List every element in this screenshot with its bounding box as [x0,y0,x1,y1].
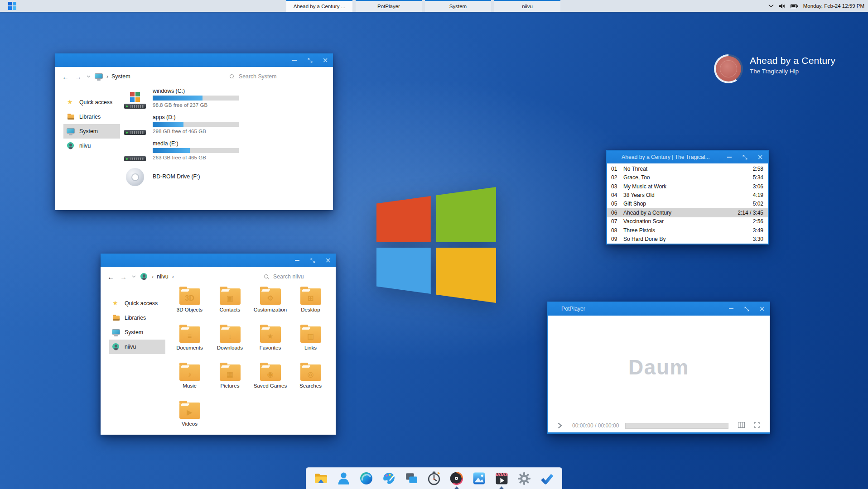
fullscreen-icon[interactable] [754,422,760,430]
drive-item[interactable]: media (E:) 263 GB free of 465 GB [123,140,323,161]
taskbar-tab[interactable]: Ahead by a Century ... [286,0,352,12]
minimize-button[interactable] [289,254,305,267]
alarms-clock-icon[interactable] [424,468,444,489]
folder-item[interactable]: ≡ Documents [170,325,209,363]
taskbar-tab[interactable]: System [425,0,491,12]
drives-list: windows (C:) 98.8 GB free of 237 GB apps… [123,88,323,187]
folder-item[interactable]: ↓ Downloads [211,325,250,363]
taskbar-tab[interactable]: niivu [494,0,560,12]
volume-icon[interactable] [779,3,786,9]
sidebar-item[interactable]: System [109,325,165,340]
sidebar-item[interactable]: System [63,124,120,139]
playlist-track[interactable]: 07 Vaccination Scar 2:56 [607,217,768,226]
tray-chevron-icon[interactable] [768,4,774,8]
track-list: 01 No Threat 2:58 02 Grace, Too 5:34 03 … [607,164,768,244]
close-button[interactable]: × [754,302,770,316]
file-explorer-icon[interactable] [312,468,331,489]
minimize-button[interactable] [287,53,302,67]
photos-icon[interactable] [470,468,489,489]
playlist-track[interactable]: 06 Ahead by a Century 2:14 / 3:45 [607,208,768,217]
verified-check-icon[interactable] [537,468,556,489]
drive-item[interactable]: windows (C:) 98.8 GB free of 237 GB [123,88,323,109]
breadcrumb[interactable]: System [111,73,130,80]
search-input[interactable]: Search niivu [264,273,304,280]
playlist-titlebar[interactable]: Ahead by a Century | The Tragical... × [607,151,768,163]
sidebar-item[interactable]: Libraries [109,311,165,325]
playlist-track[interactable]: 03 My Music at Work 3:06 [607,182,768,191]
close-button[interactable]: × [318,53,333,67]
sidebar-item[interactable]: niivu [63,139,120,153]
groove-music-icon[interactable] [447,468,466,489]
folder-item[interactable]: ⚙ Customization [251,287,290,325]
play-icon[interactable] [558,422,562,429]
breadcrumb-separator-icon[interactable]: › [172,273,174,280]
recent-locations-chevron-icon[interactable] [87,75,91,78]
drive-item[interactable]: BD-ROM Drive (F:) [123,167,323,187]
playlist-track[interactable]: 09 So Hard Done By 3:30 [607,235,768,244]
close-button[interactable]: × [320,254,336,267]
user-account-icon[interactable] [334,468,353,489]
folder-item[interactable]: ♪ Music [170,363,209,401]
minimize-button[interactable] [723,302,739,316]
system-explorer-window: × ← → › System Search System Quick acces… [55,53,333,210]
minimize-button[interactable] [722,151,737,163]
track-time: 2:58 [753,166,763,172]
folder-item[interactable]: ◉ Saved Games [251,363,290,401]
restore-button[interactable] [737,151,752,163]
sidebar-item[interactable]: Libraries [63,110,120,124]
search-input[interactable]: Search System [229,73,276,80]
playlist-track[interactable]: 04 38 Years Old 4:19 [607,191,768,199]
folder-label: Contacts [220,307,241,313]
forward-icon[interactable]: → [75,73,82,80]
playlist-panel-icon[interactable] [738,422,745,430]
track-title: 38 Years Old [623,192,749,198]
potplayer-controls: 00:00:00 / 00:00:00 [548,419,770,432]
back-icon[interactable]: ← [107,273,114,280]
folder-item[interactable]: 3D 3D Objects [170,287,209,325]
folder-item[interactable]: ▶ Videos [170,401,209,439]
back-icon[interactable]: ← [62,73,69,80]
system-navigation-bar: ← → › System Search System [55,67,333,86]
taskbar-tab[interactable]: PotPlayer [356,0,422,12]
folder-item[interactable]: ▣ Contacts [211,287,250,325]
recent-locations-chevron-icon[interactable] [132,275,136,278]
album-art[interactable] [716,56,741,82]
close-button[interactable]: × [752,151,768,163]
dock [306,467,562,489]
drive-item[interactable]: apps (D:) 298 GB free of 465 GB [123,114,323,135]
restore-button[interactable] [302,53,318,67]
potplayer-titlebar[interactable]: PotPlayer × [548,302,770,316]
playlist-track[interactable]: 05 Gift Shop 5:02 [607,200,768,208]
playlist-track[interactable]: 08 Three Pistols 3:49 [607,226,768,235]
start-button[interactable] [5,0,20,12]
folder-item[interactable]: ⊞ Desktop [291,287,330,325]
seek-bar[interactable] [625,423,728,429]
taskbar-clock[interactable]: Monday, Feb-24 12:59 PM [803,3,864,9]
snipping-tool-icon[interactable] [402,468,421,489]
sidebar-item[interactable]: Quick access [63,95,120,110]
restore-button[interactable] [305,254,320,267]
movies-tv-icon[interactable] [492,468,511,489]
potplayer-video-area[interactable]: Daum [548,316,770,419]
paint-icon[interactable] [379,468,398,489]
folder-item[interactable]: ◎ Searches [291,363,330,401]
breadcrumb-separator-icon: › [106,73,108,80]
niivu-window-titlebar[interactable]: × [101,254,336,267]
folder-item[interactable]: ▦ Pictures [211,363,250,401]
sidebar-item-icon [112,343,120,350]
folder-item[interactable]: ★ Favorites [251,325,290,363]
breadcrumb[interactable]: niivu [157,273,169,280]
playlist-track[interactable]: 01 No Threat 2:58 [607,164,768,173]
taskbar: Ahead by a Century ... PotPlayer System … [0,0,868,12]
sidebar-item[interactable]: Quick access [109,296,165,311]
user-profile-icon [140,273,148,280]
microsoft-edge-icon[interactable] [357,468,376,489]
battery-icon[interactable] [791,4,798,9]
playlist-track[interactable]: 02 Grace, Too 5:34 [607,173,768,182]
forward-icon[interactable]: → [120,273,127,280]
restore-button[interactable] [739,302,754,316]
folder-item[interactable]: ▥ Links [291,325,330,363]
settings-gear-icon[interactable] [515,468,534,489]
system-window-titlebar[interactable]: × [55,53,333,67]
sidebar-item[interactable]: niivu [109,340,165,354]
